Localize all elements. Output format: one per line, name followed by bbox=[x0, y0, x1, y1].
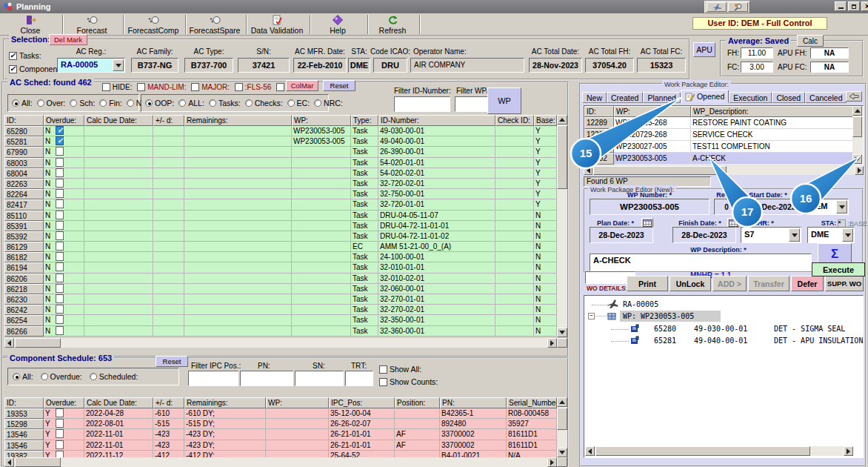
table-row[interactable]: 65281 N WP230053-005 Task 49-040-00-01 Y bbox=[4, 136, 567, 147]
radio-icon[interactable] bbox=[41, 373, 48, 380]
tree-root-row[interactable]: RA-00005 bbox=[584, 299, 863, 311]
flag-check-icon[interactable] bbox=[276, 83, 284, 91]
col-type[interactable]: Type: bbox=[351, 115, 378, 126]
row-checkbox[interactable] bbox=[56, 440, 64, 449]
scroll-right-arrow[interactable] bbox=[547, 457, 557, 467]
col-wp[interactable]: WP: bbox=[266, 397, 329, 408]
fh-value[interactable]: 11.00 bbox=[741, 47, 773, 59]
radio-option[interactable]: Sch: bbox=[70, 99, 95, 107]
table-row[interactable]: 86129 N EC AMM 51-21-00_0_(A) N bbox=[4, 242, 567, 252]
scroll-thumb[interactable] bbox=[15, 338, 61, 348]
table-row[interactable]: 82264 N Task 32-750-00-01 Y bbox=[4, 189, 567, 199]
row-checkbox[interactable] bbox=[56, 242, 64, 251]
row-id-cell[interactable]: 68003 bbox=[4, 158, 44, 168]
table-row[interactable]: 86182 N Task 24-100-00-01 N bbox=[4, 252, 567, 262]
col-id[interactable]: ID: bbox=[4, 397, 44, 408]
mech-combo[interactable]: DEM bbox=[806, 199, 849, 215]
table-row[interactable]: 82263 N Task 32-720-02-01 Y bbox=[4, 179, 567, 189]
col-check-id[interactable]: Check ID: bbox=[495, 115, 534, 126]
row-checkbox[interactable] bbox=[56, 179, 64, 188]
row-checkbox[interactable] bbox=[56, 189, 64, 198]
radio-option[interactable]: ALL: bbox=[178, 99, 204, 107]
radio-icon[interactable] bbox=[127, 99, 134, 107]
help-button[interactable]: Help bbox=[311, 14, 364, 35]
table-row[interactable]: 85392 N Task DRU-04-72-11-01-02 N bbox=[4, 231, 567, 242]
row-id-cell[interactable]: 86206 bbox=[4, 274, 44, 284]
radio-icon[interactable] bbox=[145, 99, 153, 107]
tree-task-row[interactable]: 65281 49-040-00-01 DET - APU INSULATION … bbox=[584, 335, 863, 347]
col-plusminus[interactable]: +/- d: bbox=[153, 115, 184, 126]
col-calc-due[interactable]: Calc Due Date: bbox=[84, 397, 153, 408]
radio-option[interactable]: NRC: bbox=[314, 99, 343, 107]
scroll-thumb[interactable] bbox=[557, 125, 567, 189]
row-id-cell[interactable]: 68004 bbox=[4, 168, 44, 179]
print-button[interactable]: Print bbox=[627, 276, 668, 291]
tab-canceled[interactable]: Canceled bbox=[805, 92, 847, 103]
radio-icon[interactable] bbox=[245, 99, 253, 107]
data-validation-button[interactable]: Data Validation bbox=[247, 14, 307, 35]
tab-closed[interactable]: Closed bbox=[772, 92, 805, 103]
row-id-cell[interactable]: 86218 bbox=[4, 284, 44, 294]
flag-checkbox[interactable]: HIDE: bbox=[102, 83, 132, 91]
search-icon[interactable] bbox=[728, 2, 748, 12]
scroll-up-arrow[interactable] bbox=[557, 397, 567, 407]
col-id-number[interactable]: ID-Number: bbox=[378, 115, 495, 126]
row-id-cell[interactable]: 13546 bbox=[4, 429, 44, 440]
col-position[interactable]: Position: bbox=[395, 397, 440, 408]
tab-execution[interactable]: Execution bbox=[729, 92, 772, 103]
scroll-left-arrow[interactable] bbox=[4, 338, 14, 348]
tab-created[interactable]: Created bbox=[607, 92, 643, 103]
scroll-thumb[interactable] bbox=[15, 457, 61, 467]
chevron-down-icon[interactable] bbox=[842, 228, 853, 242]
col-remainings[interactable]: Remainings: bbox=[184, 397, 266, 408]
row-id-cell[interactable]: 86254 bbox=[4, 315, 44, 325]
scroll-thumb[interactable] bbox=[593, 166, 727, 175]
tree-task-row[interactable]: 65280 49-030-00-01 DET - SIGMA SEAL bbox=[584, 323, 863, 335]
row-id-cell[interactable]: 85110 bbox=[4, 211, 44, 221]
chevron-down-icon[interactable] bbox=[789, 228, 800, 242]
row-id-cell[interactable]: 82263 bbox=[4, 179, 44, 189]
fc-value[interactable]: 3.00 bbox=[741, 62, 773, 73]
flag-check-icon[interactable] bbox=[137, 83, 145, 91]
title-bar[interactable]: Planning × bbox=[0, 0, 868, 13]
calc-button[interactable]: Calc bbox=[797, 35, 824, 47]
radio-option[interactable]: OOP: bbox=[145, 99, 174, 107]
radio-icon[interactable] bbox=[12, 99, 19, 107]
scroll-down-arrow[interactable] bbox=[557, 448, 567, 457]
col-base[interactable]: Base: bbox=[534, 115, 557, 126]
chevron-down-icon[interactable] bbox=[836, 200, 847, 213]
tab-new[interactable]: New bbox=[582, 92, 607, 103]
forecastspare-button[interactable]: ForecastSpare bbox=[187, 14, 243, 35]
radio-icon[interactable] bbox=[70, 99, 77, 107]
radio-icon[interactable] bbox=[90, 373, 97, 380]
wp-id-cell[interactable]: 12291 bbox=[584, 141, 614, 153]
wp-id-cell[interactable]: 12290 bbox=[584, 129, 614, 141]
wp-id-cell[interactable]: 12289 bbox=[584, 117, 614, 129]
row-checkbox[interactable] bbox=[56, 408, 64, 417]
minimize-button[interactable] bbox=[835, 1, 847, 11]
table-row[interactable]: 85110 N Task DRU-04-05-11-07 N bbox=[4, 211, 567, 221]
col-plusminus[interactable]: +/- d: bbox=[153, 397, 184, 408]
close-window-button[interactable]: × bbox=[861, 1, 868, 11]
row-checkbox[interactable] bbox=[56, 284, 64, 293]
scroll-left-arrow[interactable] bbox=[585, 446, 595, 456]
finish-date-field[interactable]: 28-Dec-2023 bbox=[672, 227, 736, 243]
execute-button[interactable]: Execute bbox=[812, 262, 865, 276]
filter-sn-input[interactable] bbox=[295, 371, 344, 386]
table-row[interactable]: 65280 N WP230053-005 Task 49-030-00-01 Y bbox=[4, 126, 567, 136]
table-row[interactable]: 86218 N Task 32-060-00-01 N bbox=[4, 284, 567, 294]
row-id-cell[interactable]: 86194 bbox=[4, 262, 44, 273]
row-checkbox[interactable] bbox=[56, 199, 64, 208]
row-id-cell[interactable]: 86182 bbox=[4, 252, 44, 262]
col-wp[interactable]: WP: bbox=[292, 115, 351, 126]
colmar-button[interactable]: ColMar bbox=[286, 80, 318, 91]
col-ipc-pos[interactable]: IPC_Pos: bbox=[329, 397, 395, 408]
flag-check-icon[interactable] bbox=[102, 83, 110, 91]
table-row[interactable]: 68004 N Task 54-020-02-01 Y bbox=[4, 168, 567, 179]
row-checkbox[interactable] bbox=[56, 294, 64, 303]
radio-icon[interactable] bbox=[287, 99, 295, 107]
table-row[interactable]: 19353 Y 2022-04-28 -610 -610 DY; 35-12-0… bbox=[4, 408, 567, 419]
radio-option[interactable]: Tasks: bbox=[209, 99, 241, 107]
row-id-cell[interactable]: 19353 bbox=[4, 408, 44, 419]
scroll-thumb[interactable] bbox=[557, 408, 567, 430]
